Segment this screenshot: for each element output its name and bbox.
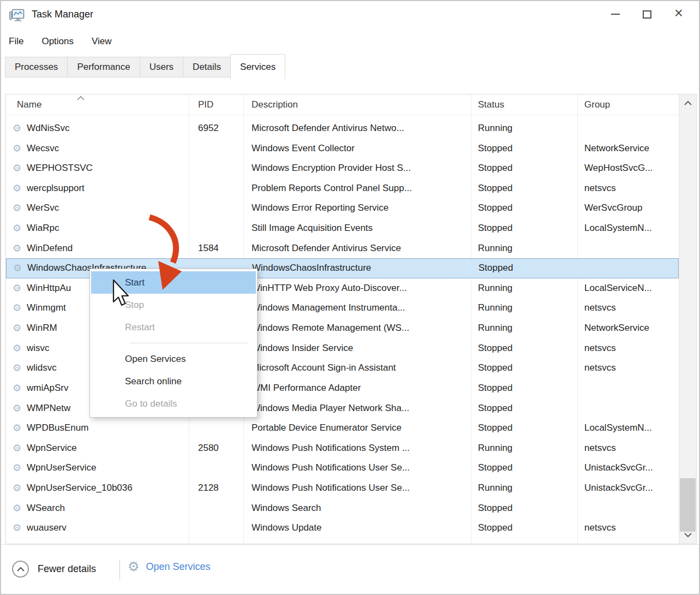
context-menu-item[interactable]: Restart [91,316,256,338]
service-description: Windows Management Instrumenta... [252,299,470,318]
context-menu-separator [129,343,248,343]
service-description: Windows Insider Service [252,339,470,358]
menu-options[interactable]: Options [41,36,74,47]
service-row[interactable]: ⚙ WpnUserService Windows Push Notificati… [6,458,679,478]
service-name: WEPHOSTSVC [27,159,188,178]
service-status: Stopped [478,459,576,478]
vertical-scrollbar[interactable] [679,94,696,544]
tab[interactable]: Performance [67,57,140,78]
service-row[interactable]: ⚙ Wecsvc Windows Event Collector Stopped… [6,139,679,159]
service-status: Stopped [478,519,576,538]
service-description: WinHTTP Web Proxy Auto-Discover... [252,279,470,298]
service-gear-icon: ⚙ [13,279,26,298]
service-row[interactable]: ⚙ WdNisSvc 6952 Microsoft Defender Antiv… [6,118,679,139]
service-row[interactable]: ⚙ WpnService 2580 Windows Push Notificat… [6,438,679,459]
service-status: Stopped [478,159,576,178]
open-services-link[interactable]: ⚙ Open Services [128,559,211,574]
service-row[interactable]: ⚙ WSearch Windows Search Stopped [6,498,679,519]
tab[interactable]: Processes [5,57,68,78]
service-status: Stopped [478,399,576,418]
column-header-group[interactable]: Group [584,94,610,115]
fewer-details-button[interactable]: Fewer details [12,561,96,578]
context-menu-item[interactable]: Search online [91,370,256,392]
tab[interactable]: Details [183,57,231,78]
service-status: Running [478,319,576,338]
service-row[interactable]: ⚙ WpnUserService_10b036 2128 Windows Pus… [6,478,679,498]
column-header-description[interactable]: Description [252,94,298,115]
service-status: Stopped [478,359,576,378]
service-gear-icon: ⚙ [13,199,26,218]
window-title: Task Manager [32,9,93,20]
menu-bar: File Options View [1,32,130,51]
service-description: Windows Update [252,519,470,538]
service-group: LocalServiceN... [584,279,678,298]
service-description: Windows Remote Management (WS... [252,319,470,338]
context-menu-item[interactable]: Stop [91,294,256,316]
service-gear-icon: ⚙ [13,419,26,438]
context-menu-item-label: Start [125,277,145,288]
service-group: LocalSystemN... [584,419,678,438]
service-pid: 6952 [198,119,244,138]
context-menu-item[interactable]: Start [91,271,256,294]
service-row[interactable]: ⚙ WiaRpc Still Image Acquisition Events … [6,218,679,239]
context-menu-item-label: Restart [125,322,155,332]
service-status: Stopped [478,379,576,398]
service-gear-icon: ⚙ [13,119,26,138]
chevron-up-icon [684,100,692,106]
tab[interactable]: Users [140,57,183,78]
service-description: Microsoft Defender Antivirus Service [252,239,470,258]
tab[interactable]: Services [230,54,285,79]
service-group: UnistackSvcGr... [584,459,678,478]
service-gear-icon: ⚙ [13,239,26,258]
service-status: Stopped [478,259,577,278]
close-button[interactable]: × [663,1,695,27]
service-description: Microsoft Defender Antivirus Netwo... [252,119,470,138]
maximize-button[interactable] [631,1,663,27]
service-gear-icon: ⚙ [13,399,26,418]
tab-label: Details [193,62,221,73]
sort-ascending-icon [76,96,86,101]
scroll-down-button[interactable] [679,526,696,544]
service-name: WerSvc [27,199,188,218]
service-group: NetworkService [584,319,678,338]
service-description: Windows Event Collector [252,139,470,158]
scroll-up-button[interactable] [679,94,696,112]
service-description: Windows Search [252,499,470,518]
context-menu-item[interactable]: Go to details [91,392,256,415]
service-row[interactable]: ⚙ wercplsupport Problem Reports Control … [6,178,679,199]
gear-icon: ⚙ [128,559,140,574]
task-manager-icon [9,7,25,23]
service-status: Stopped [478,139,576,158]
service-row[interactable]: ⚙ WerSvc Windows Error Reporting Service… [6,198,679,218]
service-status: Running [478,479,576,498]
minimize-icon [611,14,620,15]
minimize-button[interactable] [600,1,631,27]
column-header-name[interactable]: Name [17,94,41,115]
service-name: wercplsupport [27,179,188,198]
context-menu-item[interactable]: Open Services [91,348,256,370]
service-name: WinDefend [27,239,188,258]
column-header-status[interactable]: Status [478,94,504,115]
context-menu: Start Stop Restart Open Services Search … [89,269,258,418]
service-row[interactable]: ⚙ wuauserv Windows Update Stopped netsvc… [6,518,679,538]
service-group: netsvcs [584,439,678,458]
service-name: WpnUserService_10b036 [27,479,188,498]
column-header-pid[interactable]: PID [198,94,213,115]
menu-file[interactable]: File [9,36,23,47]
service-gear-icon: ⚙ [13,379,26,398]
service-gear-icon: ⚙ [13,139,26,158]
tab-label: Performance [77,62,130,73]
service-description: Problem Reports Control Panel Supp... [252,179,470,198]
service-pid: 2128 [198,479,244,498]
menu-view[interactable]: View [92,36,112,47]
service-gear-icon: ⚙ [13,359,26,378]
service-name: Wecsvc [27,139,188,158]
task-manager-window: Task Manager × File Options View Process… [0,0,700,595]
service-row[interactable]: ⚙ WEPHOSTSVC Windows Encryption Provider… [6,158,679,178]
service-name: WiaRpc [27,219,188,238]
service-description: Portable Device Enumerator Service [252,419,470,438]
service-name: WPDBusEnum [27,419,188,438]
scrollbar-thumb[interactable] [680,478,696,532]
service-row[interactable]: ⚙ WinDefend 1584 Microsoft Defender Anti… [6,239,679,259]
service-row[interactable]: ⚙ WPDBusEnum Portable Device Enumerator … [6,418,679,438]
